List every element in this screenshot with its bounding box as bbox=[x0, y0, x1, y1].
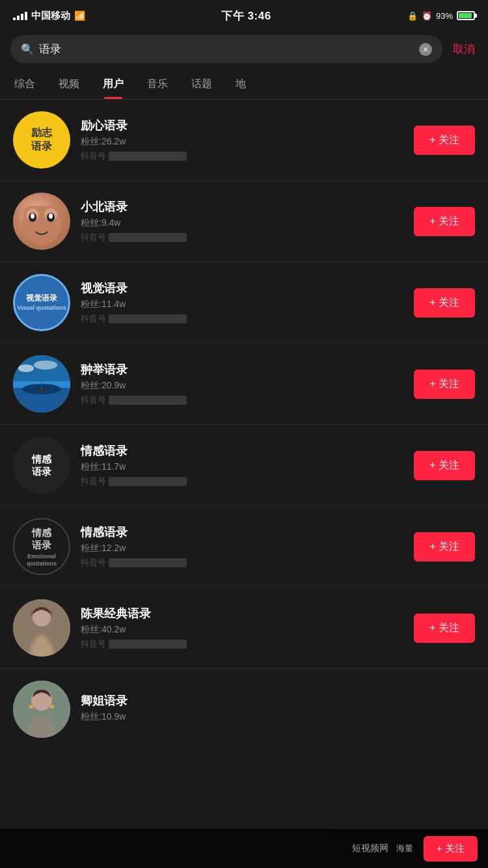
tab-user[interactable]: 用户 bbox=[91, 70, 135, 99]
tab-music[interactable]: 音乐 bbox=[135, 70, 180, 99]
status-right: 🔒 ⏰ 93% bbox=[407, 11, 475, 21]
follow-button[interactable]: + 关注 bbox=[414, 288, 475, 318]
user-fans: 粉丝:26.2w bbox=[81, 136, 403, 148]
user-info: 情感语录 粉丝:12.2w 抖音号 bbox=[81, 524, 403, 569]
user-id: 抖音号 bbox=[81, 150, 403, 162]
user-info: 卿姐语录 粉丝:10.9w bbox=[81, 693, 475, 726]
overlay-follow-button[interactable]: + 关注 bbox=[424, 836, 478, 861]
carrier-label: 中国移动 bbox=[31, 10, 70, 22]
avatar[interactable] bbox=[13, 193, 70, 250]
user-name: 情感语录 bbox=[81, 524, 403, 540]
overlay-logo: 短视频网 海量 bbox=[352, 843, 413, 854]
svg-rect-15 bbox=[36, 390, 47, 392]
user-fans: 粉丝:9.4w bbox=[81, 217, 403, 229]
user-id-value bbox=[109, 314, 187, 323]
user-name: 陈果经典语录 bbox=[81, 606, 403, 621]
user-id-value bbox=[109, 396, 187, 405]
follow-button[interactable]: + 关注 bbox=[414, 370, 475, 399]
user-id: 抖音号 bbox=[81, 638, 403, 650]
user-id-value bbox=[109, 477, 187, 486]
tab-video[interactable]: 视频 bbox=[47, 70, 91, 99]
svg-point-13 bbox=[34, 360, 57, 370]
svg-point-7 bbox=[31, 213, 34, 219]
user-info: 励心语录 粉丝:26.2w 抖音号 bbox=[81, 118, 403, 162]
search-query: 语录 bbox=[39, 42, 414, 57]
user-info: 翀举语录 粉丝:20.9w 抖音号 bbox=[81, 362, 403, 406]
list-item: 翀举语录 粉丝:20.9w 抖音号 + 关注 bbox=[0, 344, 488, 425]
user-id-value bbox=[109, 152, 187, 161]
list-item: 卿姐语录 粉丝:10.9w bbox=[0, 669, 488, 790]
list-item: 视觉语录 Visual quotations 视觉语录 粉丝:11.4w 抖音号… bbox=[0, 262, 488, 344]
battery-icon bbox=[457, 11, 475, 20]
search-bar: 🔍 语录 取消 bbox=[0, 29, 488, 70]
list-item: 情感 语录 情感语录 粉丝:11.7w 抖音号 + 关注 bbox=[0, 425, 488, 506]
status-bar: 中国移动 📶 下午 3:46 🔒 ⏰ 93% bbox=[0, 0, 488, 29]
svg-point-8 bbox=[49, 213, 53, 219]
avatar[interactable] bbox=[13, 355, 70, 413]
search-input-container[interactable]: 🔍 语录 bbox=[10, 35, 442, 63]
avatar[interactable] bbox=[13, 599, 70, 657]
user-id-value bbox=[109, 558, 187, 567]
list-item: 情感 语录 Emotional quotations 情感语录 粉丝:12.2w… bbox=[0, 506, 488, 588]
clear-button[interactable] bbox=[419, 43, 432, 56]
user-id-value bbox=[109, 233, 187, 242]
status-left: 中国移动 📶 bbox=[13, 10, 85, 22]
follow-button[interactable]: + 关注 bbox=[414, 532, 475, 562]
user-id: 抖音号 bbox=[81, 476, 403, 487]
list-item: 励志 语录 励心语录 粉丝:26.2w 抖音号 + 关注 bbox=[0, 100, 488, 181]
follow-button[interactable]: + 关注 bbox=[414, 614, 475, 643]
clock: 下午 3:46 bbox=[221, 8, 271, 23]
user-name: 翀举语录 bbox=[81, 362, 403, 377]
user-info: 小北语录 粉丝:9.4w 抖音号 bbox=[81, 199, 403, 243]
user-info: 情感语录 粉丝:11.7w 抖音号 bbox=[81, 443, 403, 487]
tab-location[interactable]: 地 bbox=[224, 70, 258, 99]
overlay-logo-text: 短视频网 bbox=[352, 843, 388, 854]
svg-point-20 bbox=[31, 690, 52, 711]
user-id: 抖音号 bbox=[81, 557, 403, 569]
user-id: 抖音号 bbox=[81, 394, 403, 406]
tab-comprehensive[interactable]: 综合 bbox=[3, 70, 47, 99]
alarm-icon: ⏰ bbox=[422, 11, 432, 21]
svg-point-22 bbox=[50, 705, 54, 709]
follow-button[interactable]: + 关注 bbox=[414, 207, 475, 236]
follow-button[interactable]: + 关注 bbox=[414, 126, 475, 155]
svg-point-12 bbox=[18, 364, 34, 372]
user-list: 励志 语录 励心语录 粉丝:26.2w 抖音号 + 关注 bbox=[0, 100, 488, 790]
user-name: 小北语录 bbox=[81, 199, 403, 215]
search-icon: 🔍 bbox=[21, 43, 34, 55]
user-info: 视觉语录 粉丝:11.4w 抖音号 bbox=[81, 280, 403, 325]
avatar[interactable] bbox=[13, 681, 70, 738]
signal-icon bbox=[13, 12, 27, 20]
svg-point-21 bbox=[29, 705, 33, 709]
user-id-value bbox=[109, 640, 187, 649]
user-name: 情感语录 bbox=[81, 443, 403, 459]
avatar[interactable]: 视觉语录 Visual quotations bbox=[13, 274, 70, 331]
user-name: 励心语录 bbox=[81, 118, 403, 133]
user-fans: 粉丝:40.2w bbox=[81, 624, 403, 636]
user-id: 抖音号 bbox=[81, 313, 403, 325]
user-fans: 粉丝:11.7w bbox=[81, 461, 403, 473]
tab-bar: 综合 视频 用户 音乐 话题 地 bbox=[0, 70, 488, 100]
user-name: 视觉语录 bbox=[81, 280, 403, 296]
battery-percent: 93% bbox=[436, 11, 453, 21]
user-info: 陈果经典语录 粉丝:40.2w 抖音号 bbox=[81, 606, 403, 650]
user-name: 卿姐语录 bbox=[81, 693, 475, 709]
user-fans: 粉丝:10.9w bbox=[81, 711, 475, 723]
tab-topic[interactable]: 话题 bbox=[180, 70, 224, 99]
overlay-logo-sub: 海量 bbox=[396, 843, 413, 854]
avatar[interactable]: 情感 语录 Emotional quotations bbox=[13, 518, 70, 575]
cancel-button[interactable]: 取消 bbox=[450, 39, 478, 59]
bottom-overlay: 短视频网 海量 + 关注 bbox=[0, 829, 488, 868]
list-item: 小北语录 粉丝:9.4w 抖音号 + 关注 bbox=[0, 181, 488, 262]
user-id: 抖音号 bbox=[81, 232, 403, 243]
user-fans: 粉丝:12.2w bbox=[81, 543, 403, 554]
list-item: 陈果经典语录 粉丝:40.2w 抖音号 + 关注 bbox=[0, 588, 488, 669]
user-fans: 粉丝:20.9w bbox=[81, 380, 403, 392]
follow-button[interactable]: + 关注 bbox=[414, 451, 475, 480]
user-fans: 粉丝:11.4w bbox=[81, 299, 403, 310]
wifi-icon: 📶 bbox=[74, 10, 85, 21]
avatar[interactable]: 情感 语录 bbox=[13, 437, 70, 494]
avatar[interactable]: 励志 语录 bbox=[13, 111, 70, 169]
lock-icon: 🔒 bbox=[407, 11, 418, 21]
